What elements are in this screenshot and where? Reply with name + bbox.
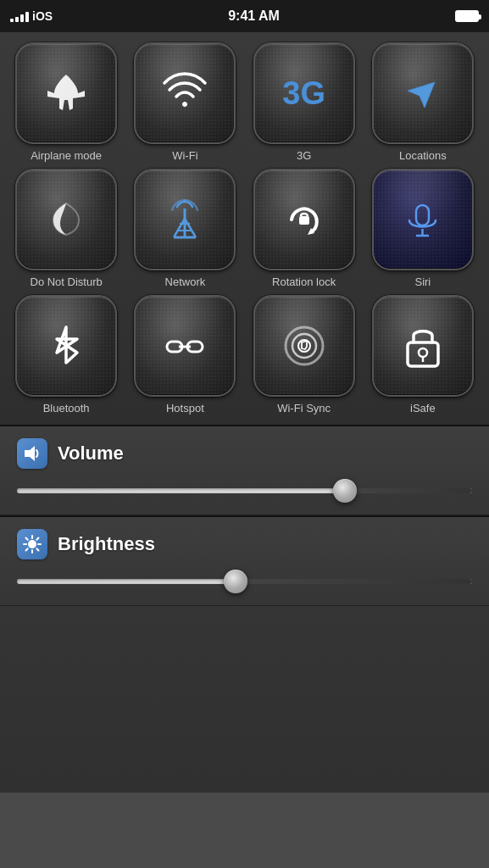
- svg-line-30: [26, 548, 28, 550]
- isafe-label: iSafe: [410, 402, 436, 415]
- svg-point-22: [28, 540, 36, 548]
- wifi-label: Wi-Fi: [172, 149, 197, 162]
- locations-button[interactable]: Locations: [367, 42, 479, 162]
- volume-icon: [23, 444, 42, 463]
- volume-icon-wrap: [17, 438, 47, 469]
- siri-button[interactable]: Siri: [367, 169, 479, 288]
- locations-label: Locations: [399, 149, 447, 162]
- wifi-sync-label: Wi-Fi Sync: [277, 402, 331, 415]
- hotspot-label: Hotspot: [166, 402, 204, 415]
- svg-line-29: [36, 538, 38, 540]
- rotation-lock-button[interactable]: Rotation lock: [248, 169, 360, 288]
- status-left: iOS: [10, 9, 53, 23]
- brightness-icon-wrap: [17, 529, 47, 559]
- svg-point-15: [286, 327, 323, 364]
- status-right: [455, 10, 479, 22]
- 3g-label: 3G: [297, 149, 311, 162]
- brightness-slider-wrap: [17, 570, 472, 593]
- svg-line-3: [174, 219, 185, 237]
- 3g-text: 3G: [282, 75, 325, 112]
- bluetooth-icon[interactable]: [15, 295, 117, 397]
- wifi-sync-icon[interactable]: [253, 295, 355, 397]
- status-bar: iOS 9:41 AM: [0, 0, 489, 32]
- airplane-mode-label: Airplane mode: [31, 149, 102, 162]
- volume-slider-rail: [17, 488, 472, 493]
- rotation-lock-icon[interactable]: [253, 169, 355, 270]
- battery-icon: [455, 10, 479, 22]
- signal-bar-2: [15, 17, 19, 22]
- do-not-disturb-button[interactable]: Do Not Disturb: [10, 169, 122, 288]
- buttons-grid: Airplane mode Wi-Fi 3G 3G: [10, 42, 479, 415]
- do-not-disturb-icon[interactable]: [15, 169, 117, 270]
- signal-bars: [10, 10, 29, 22]
- svg-point-16: [292, 334, 316, 358]
- bluetooth-button[interactable]: Bluetooth: [10, 295, 122, 415]
- carrier-label: iOS: [32, 9, 53, 23]
- network-icon[interactable]: [134, 169, 236, 270]
- svg-line-4: [185, 219, 196, 237]
- bottom-area: [0, 606, 489, 793]
- hotspot-icon[interactable]: [134, 295, 236, 397]
- signal-bar-4: [25, 12, 29, 22]
- svg-marker-21: [25, 446, 35, 461]
- siri-label: Siri: [414, 275, 431, 288]
- svg-rect-18: [408, 342, 438, 366]
- hotspot-button[interactable]: Hotspot: [129, 295, 241, 415]
- wifi-sync-button[interactable]: Wi-Fi Sync: [248, 295, 360, 415]
- svg-line-28: [36, 548, 38, 550]
- volume-title: Volume: [58, 442, 124, 465]
- airplane-mode-button[interactable]: Airplane mode: [10, 42, 122, 162]
- brightness-title: Brightness: [58, 533, 155, 555]
- volume-slider-wrap: [17, 479, 472, 503]
- volume-section: Volume: [0, 426, 489, 515]
- network-button[interactable]: Network: [129, 169, 241, 288]
- wifi-icon[interactable]: [134, 42, 236, 144]
- do-not-disturb-label: Do Not Disturb: [31, 275, 103, 288]
- 3g-icon[interactable]: 3G: [253, 42, 355, 144]
- volume-header: Volume: [17, 438, 472, 469]
- svg-rect-9: [416, 205, 429, 225]
- brightness-header: Brightness: [17, 529, 472, 559]
- volume-slider-track[interactable]: [17, 482, 472, 499]
- svg-line-27: [26, 538, 28, 540]
- brightness-slider-track[interactable]: [17, 573, 472, 590]
- siri-icon[interactable]: [372, 169, 474, 270]
- rotation-lock-label: Rotation lock: [272, 275, 336, 288]
- svg-point-19: [419, 348, 427, 357]
- wifi-button[interactable]: Wi-Fi: [129, 42, 241, 162]
- locations-icon[interactable]: [372, 42, 474, 144]
- brightness-icon: [23, 535, 42, 554]
- signal-bar-3: [20, 14, 24, 22]
- signal-bar-1: [10, 19, 14, 22]
- network-label: Network: [165, 275, 206, 288]
- isafe-button[interactable]: iSafe: [367, 295, 479, 415]
- 3g-button[interactable]: 3G 3G: [248, 42, 360, 162]
- isafe-icon[interactable]: [372, 295, 474, 397]
- time-display: 9:41 AM: [228, 8, 280, 24]
- brightness-section: Brightness: [0, 517, 489, 606]
- brightness-slider-thumb[interactable]: [224, 570, 247, 593]
- control-panel: Airplane mode Wi-Fi 3G 3G: [0, 32, 489, 425]
- brightness-rail-dark: [236, 579, 472, 584]
- airplane-mode-icon[interactable]: [15, 42, 117, 144]
- svg-rect-8: [299, 216, 309, 225]
- volume-slider-thumb[interactable]: [333, 479, 357, 503]
- bluetooth-label: Bluetooth: [43, 402, 90, 415]
- volume-rail-dark: [345, 488, 472, 493]
